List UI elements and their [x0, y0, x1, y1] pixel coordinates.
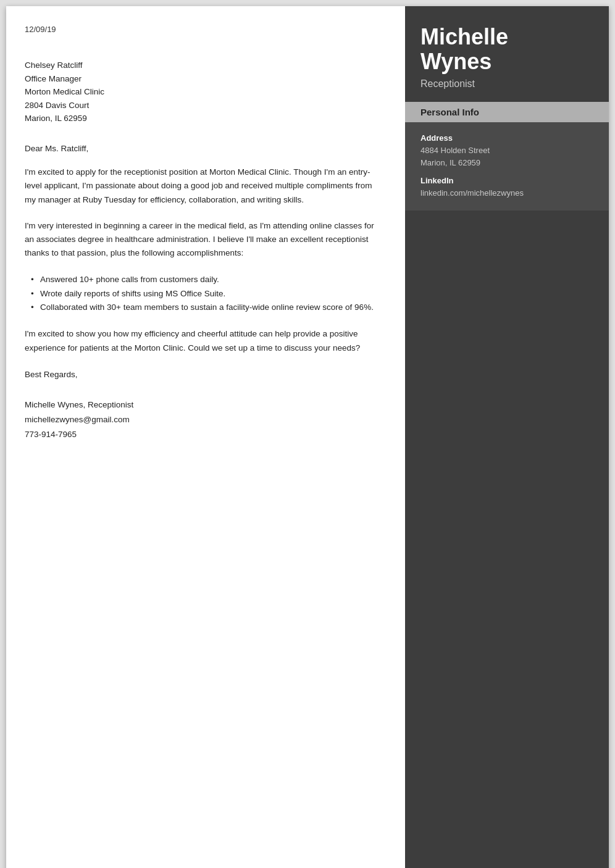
recipient-company: Morton Medical Clinic — [25, 85, 380, 99]
linkedin-value: linkedin.com/michellezwynes — [420, 187, 593, 199]
sidebar-header: Michelle Wynes Receptionist — [405, 6, 609, 102]
closing-block: Best Regards, Michelle Wynes, Receptioni… — [25, 367, 380, 442]
address-label: Address — [420, 133, 593, 143]
sidebar: Michelle Wynes Receptionist Personal Inf… — [405, 6, 609, 868]
cover-letter-section: 12/09/19 Chelsey Ratcliff Office Manager… — [6, 6, 405, 868]
salutation: Dear Ms. Ratcliff, — [25, 144, 380, 153]
sidebar-name: Michelle Wynes — [420, 25, 593, 73]
sidebar-last-name: Wynes — [420, 49, 492, 74]
resume-page: 12/09/19 Chelsey Ratcliff Office Manager… — [6, 6, 609, 868]
sidebar-job-title: Receptionist — [420, 78, 593, 90]
personal-info-content: Address 4884 Holden Street Marion, IL 62… — [405, 122, 609, 211]
address-line2: Marion, IL 62959 — [420, 158, 480, 167]
linkedin-label: LinkedIn — [420, 176, 593, 185]
personal-info-header: Personal Info — [405, 102, 609, 122]
closing-email: michellezwynes@gmail.com — [25, 412, 380, 427]
recipient-title: Office Manager — [25, 72, 380, 86]
accomplishments-list: Answered 10+ phone calls from customers … — [31, 273, 380, 315]
closing-phone: 773-914-7965 — [25, 427, 380, 442]
closing-name-title: Michelle Wynes, Receptionist — [25, 398, 380, 412]
body-paragraph-3: I'm excited to show you how my efficienc… — [25, 327, 380, 355]
address-line1: 4884 Holden Street — [420, 146, 490, 155]
recipient-block: Chelsey Ratcliff Office Manager Morton M… — [25, 59, 380, 125]
body-paragraph-2: I'm very interested in beginning a caree… — [25, 219, 380, 261]
personal-info-section: Personal Info Address 4884 Holden Street… — [405, 102, 609, 211]
bullet-item: Wrote daily reports of shifts using MS O… — [31, 287, 380, 301]
closing-salutation: Best Regards, — [25, 367, 380, 382]
bullet-item: Answered 10+ phone calls from customers … — [31, 273, 380, 287]
recipient-address2: Marion, IL 62959 — [25, 112, 380, 125]
sidebar-first-name: Michelle — [420, 24, 508, 49]
recipient-address1: 2804 Davis Court — [25, 99, 380, 112]
bullet-item: Collaborated with 30+ team members to su… — [31, 301, 380, 315]
body-paragraph-1: I'm excited to apply for the receptionis… — [25, 165, 380, 207]
letter-date: 12/09/19 — [25, 25, 380, 34]
address-value: 4884 Holden Street Marion, IL 62959 — [420, 144, 593, 169]
recipient-name: Chelsey Ratcliff — [25, 59, 380, 72]
personal-info-title: Personal Info — [420, 107, 593, 117]
